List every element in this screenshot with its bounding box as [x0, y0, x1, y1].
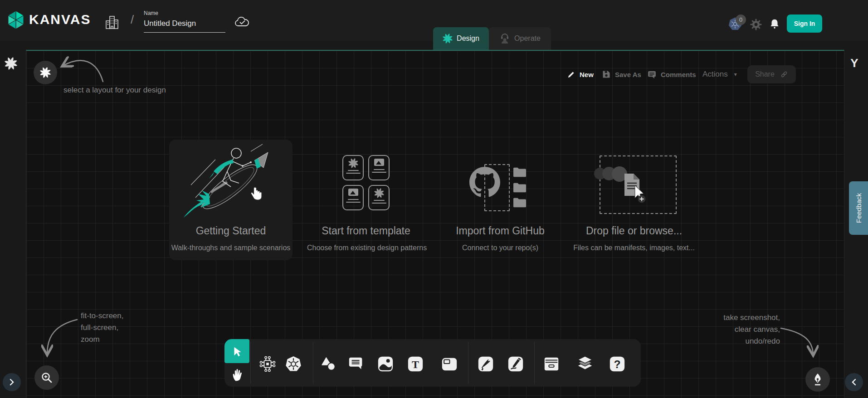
arrow-annotation-zoom [35, 314, 88, 362]
comments-label: Comments [661, 71, 696, 78]
organization-building-icon[interactable] [104, 15, 120, 30]
canvas-toolbar: T [224, 339, 641, 387]
card-subtitle: Choose from existing design patterns [307, 244, 425, 252]
card-title: Getting Started [169, 225, 293, 237]
tab-operate-label: Operate [514, 34, 541, 43]
card-subtitle: Connect to your repo(s) [434, 244, 566, 252]
image-tool-icon[interactable] [377, 355, 394, 373]
design-name-input[interactable]: Untitled Design [144, 19, 225, 33]
card-subtitle: Walk-throughs and sample scenarios [169, 244, 293, 252]
select-tool-button[interactable] [224, 339, 249, 363]
template-tile [368, 155, 390, 180]
design-pinwheel-icon [443, 34, 453, 44]
template-tile [342, 155, 364, 180]
layers-icon[interactable] [576, 355, 594, 373]
sign-in-button[interactable]: Sign In [787, 15, 822, 33]
tab-design[interactable]: Design [433, 27, 489, 50]
actions-label: Actions [702, 70, 728, 79]
template-tile [342, 185, 364, 210]
shapes-icon[interactable] [320, 355, 337, 373]
chevron-right-icon [8, 379, 15, 386]
pencil-draw-icon[interactable] [507, 355, 524, 373]
card-title: Import from GitHub [434, 225, 566, 237]
drawer-icon[interactable] [543, 355, 560, 373]
headset-icon [499, 33, 510, 44]
comments-button[interactable]: Comments [647, 65, 696, 84]
arrow-annotation-layout [48, 49, 109, 87]
help-icon[interactable]: ? [609, 355, 626, 373]
brand-name: KANVAS [29, 12, 91, 27]
kanvas-app: KANVAS / Name Untitled Design [0, 0, 868, 398]
kanvas-logo-icon [5, 10, 26, 30]
component-circuit-icon[interactable] [259, 355, 276, 373]
tab-design-label: Design [457, 34, 479, 43]
sidebar-pinwheel-logo-icon [5, 57, 17, 70]
hand-cursor [249, 186, 264, 202]
canvas-actions-button[interactable] [805, 367, 830, 392]
design-name-label: Name [144, 10, 158, 16]
comment-icon [647, 70, 657, 79]
pen-nib-icon [811, 373, 824, 386]
folder-icon [512, 196, 527, 209]
chevron-left-icon [850, 379, 858, 386]
breadcrumb-separator: / [131, 13, 134, 27]
cloud-saved-icon [234, 15, 250, 28]
new-button[interactable]: New [567, 65, 594, 84]
arrow-annotation-screenshot [776, 314, 819, 361]
screenshot-hint-text: take screenshot, clear canvas, undo/redo [707, 312, 780, 347]
caret-down-icon: ▾ [734, 71, 737, 78]
save-as-button[interactable]: Save As [602, 65, 641, 84]
feedback-label: Feedback [855, 193, 863, 223]
share-button[interactable]: Share [747, 65, 796, 83]
svg-text:T: T [412, 359, 419, 370]
save-icon [602, 70, 611, 79]
chat-comment-icon[interactable] [348, 355, 365, 373]
pan-tool-button[interactable] [224, 363, 249, 387]
svg-text:?: ? [614, 358, 620, 370]
image-icon [374, 158, 385, 167]
github-octocat-icon [469, 167, 500, 198]
new-label: New [580, 71, 594, 78]
kubernetes-wheel-icon[interactable] [285, 355, 302, 373]
text-tool-icon[interactable]: T [407, 355, 424, 373]
card-import-from-github[interactable]: Import from GitHub Connect to your repo(… [434, 140, 566, 260]
rocket-doodle [183, 143, 279, 221]
settings-gear-icon[interactable] [750, 19, 762, 30]
save-as-label: Save As [615, 71, 641, 78]
window-tool-icon[interactable] [441, 355, 458, 373]
card-subtitle: Files can be manifests, images, text... [568, 244, 700, 252]
pencil-icon [567, 70, 575, 79]
drop-file-illustration [591, 165, 650, 208]
cursor-tool-icon [231, 345, 243, 357]
layout-hint-text: select a layout for your design [63, 84, 166, 96]
link-icon [780, 70, 788, 78]
template-tile [368, 185, 390, 210]
tab-operate[interactable]: Operate [489, 27, 551, 50]
context-count-badge[interactable]: 0 [736, 15, 746, 25]
notifications-bell-icon[interactable] [769, 18, 780, 30]
pinwheel-icon [374, 188, 384, 198]
zoom-button[interactable] [34, 365, 59, 390]
expand-right-panel-button[interactable] [845, 373, 863, 391]
zoom-in-icon [40, 371, 53, 384]
side-y-logo: Y [848, 56, 861, 70]
pen-tool-icon[interactable] [477, 355, 494, 373]
hand-tool-icon [231, 368, 244, 382]
card-drop-file[interactable]: Drop file or browse... Files can be mani… [568, 140, 700, 260]
card-start-from-template[interactable]: Start from template Choose from existing… [307, 140, 425, 260]
share-label: Share [755, 70, 775, 78]
folder-icon [512, 181, 527, 194]
actions-dropdown[interactable]: Actions ▾ [702, 65, 737, 84]
feedback-tab[interactable]: Feedback [849, 181, 868, 235]
card-getting-started[interactable]: Getting Started Walk-throughs and sample… [169, 140, 293, 260]
card-title: Start from template [307, 225, 425, 237]
image-icon [348, 188, 359, 197]
expand-left-panel-button[interactable] [3, 373, 21, 391]
pinwheel-icon [348, 158, 358, 168]
card-title: Drop file or browse... [568, 225, 700, 237]
folder-icon [512, 166, 527, 179]
